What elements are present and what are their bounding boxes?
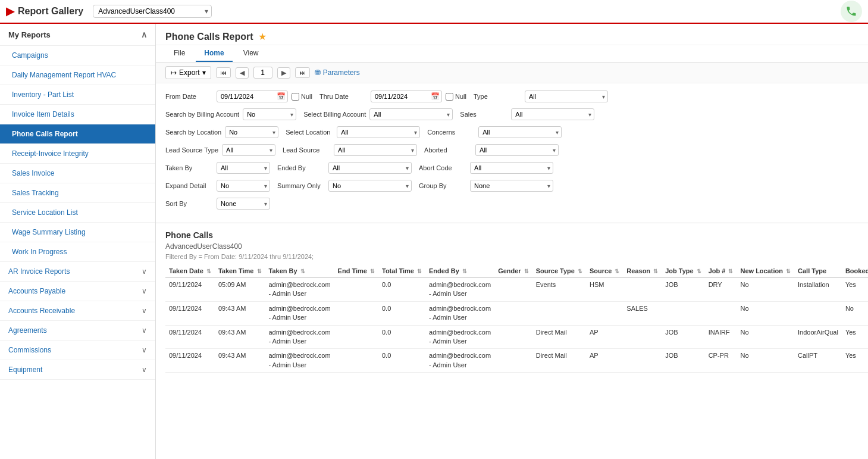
col-taken-date[interactable]: Taken Date ⇅ (165, 265, 215, 277)
user-account-select[interactable]: AdvancedUserClass400 (93, 5, 212, 18)
params-row-6: Expand Detail No Summary Only No (165, 180, 858, 192)
sales-select[interactable]: All (511, 108, 594, 120)
summary-only-select[interactable]: No (328, 180, 412, 192)
sidebar-item-campaigns[interactable]: Campaigns (0, 46, 155, 65)
export-button[interactable]: ↦ Export ▾ (165, 66, 211, 79)
abort-code-group: Abort Code All (419, 162, 553, 174)
sort-by-group: Sort By None (165, 198, 270, 210)
sidebar-item-inventory[interactable]: Inventory - Part List (0, 85, 155, 105)
table-cell (662, 301, 705, 325)
col-ended-by[interactable]: Ended By ⇅ (425, 265, 494, 277)
table-cell: No (737, 277, 794, 301)
select-billing-select[interactable]: All (369, 108, 453, 120)
ended-by-select-wrap: All (328, 162, 412, 174)
expand-detail-select[interactable]: No (217, 180, 270, 192)
col-gender[interactable]: Gender ⇅ (494, 265, 532, 277)
sidebar-group-agreements[interactable]: Agreements ∨ (0, 321, 155, 341)
table-cell: Direct Mail (532, 325, 586, 349)
main-content: Phone Calls Report ★ File Home View ↦ Ex… (156, 24, 868, 459)
ended-by-select[interactable]: All (328, 162, 412, 174)
concerns-label: Concerns (427, 129, 475, 136)
lead-source-select[interactable]: All (334, 144, 417, 156)
col-call-type[interactable]: Call Type (794, 265, 842, 277)
table-cell (494, 325, 532, 349)
last-page-button[interactable]: ⏭ (295, 67, 310, 78)
sidebar-item-work-in-progress[interactable]: Work In Progress (0, 242, 155, 262)
aborted-select[interactable]: All (475, 144, 559, 156)
sidebar-item-phone-calls[interactable]: Phone Calls Report (0, 124, 155, 144)
from-date-null-checkbox[interactable] (292, 93, 299, 101)
table-cell: admin@bedrock.com - Admin User (425, 277, 494, 301)
sidebar-group-equipment[interactable]: Equipment ∨ (0, 360, 155, 380)
first-page-button[interactable]: ⏮ (216, 67, 231, 78)
col-source-type[interactable]: Source Type ⇅ (532, 265, 586, 277)
select-location-select[interactable]: All (337, 126, 420, 138)
col-job-num[interactable]: Job # ⇅ (705, 265, 737, 277)
col-source[interactable]: Source ⇅ (586, 265, 623, 277)
search-location-select-wrap: No (225, 126, 278, 138)
table-cell (334, 277, 378, 301)
table-cell (334, 301, 378, 325)
table-cell: 0.0 (378, 325, 425, 349)
tab-home[interactable]: Home (196, 45, 232, 62)
table-cell: HSM (586, 277, 623, 301)
concerns-select[interactable]: All (478, 126, 562, 138)
parameters-button[interactable]: ⛃ Parameters (315, 68, 360, 77)
group-by-group: Group By None (419, 180, 553, 192)
sidebar-group-accounts-receivable[interactable]: Accounts Receivable ∨ (0, 301, 155, 321)
tab-file[interactable]: File (165, 45, 193, 62)
col-end-time[interactable]: End Time ⇅ (334, 265, 378, 277)
export-chevron-icon: ▾ (202, 68, 206, 77)
page-number-input[interactable] (253, 67, 272, 79)
thru-date-null-checkbox[interactable] (446, 93, 453, 101)
sidebar-group-commissions[interactable]: Commissions ∨ (0, 341, 155, 360)
filter-icon: ⛃ (315, 68, 321, 77)
sidebar-item-wage-summary[interactable]: Wage Summary Listing (0, 223, 155, 242)
sidebar-item-sales-tracking[interactable]: Sales Tracking (0, 183, 155, 203)
prev-page-button[interactable]: ◀ (236, 67, 249, 79)
taken-by-select[interactable]: All (217, 162, 270, 174)
lead-source-type-select[interactable]: All (222, 144, 275, 156)
sidebar-group-ar-invoice[interactable]: AR Invoice Reports ∨ (0, 262, 155, 282)
table-cell: No (737, 301, 794, 325)
group-by-select[interactable]: None (470, 180, 553, 192)
col-taken-time[interactable]: Taken Time ⇅ (215, 265, 265, 277)
sort-by-select[interactable]: None (217, 198, 270, 210)
table-row: 09/11/202409:43 AMadmin@bedrock.com - Ad… (165, 301, 868, 325)
tab-view[interactable]: View (235, 45, 267, 62)
table-cell: 0.0 (378, 349, 425, 373)
type-select[interactable]: All (525, 90, 608, 102)
sidebar-item-receipt-invoice[interactable]: Receipt-Invoice Integrity (0, 144, 155, 164)
select-location-label: Select Location (286, 129, 333, 136)
next-page-button[interactable]: ▶ (277, 67, 290, 79)
col-total-time[interactable]: Total Time ⇅ (378, 265, 425, 277)
sidebar-item-daily-mgmt[interactable]: Daily Management Report HVAC (0, 65, 155, 85)
table-cell: Yes (842, 325, 868, 349)
col-new-location[interactable]: New Location ⇅ (737, 265, 794, 277)
sidebar-item-service-location[interactable]: Service Location List (0, 203, 155, 223)
my-reports-header[interactable]: My Reports ∧ (0, 24, 155, 46)
favorite-star[interactable]: ★ (258, 31, 267, 42)
sidebar-group-accounts-payable[interactable]: Accounts Payable ∨ (0, 282, 155, 301)
user-account-select-wrap[interactable]: AdvancedUserClass400 (83, 5, 212, 18)
layout: My Reports ∧ Campaigns Daily Management … (0, 24, 868, 459)
from-date-null-label: Null (292, 93, 312, 101)
parameters-label: Parameters (323, 68, 360, 77)
table-cell: 09:43 AM (215, 325, 265, 349)
report-title: Phone Calls Report (165, 32, 253, 42)
accounts-receivable-chevron: ∨ (142, 307, 147, 315)
search-billing-select[interactable]: No (243, 108, 296, 120)
col-reason[interactable]: Reason ⇅ (623, 265, 662, 277)
expand-detail-group: Expand Detail No (165, 180, 270, 192)
sidebar-item-sales-invoice[interactable]: Sales Invoice (0, 164, 155, 183)
abort-code-select[interactable]: All (470, 162, 553, 174)
sidebar: My Reports ∧ Campaigns Daily Management … (0, 24, 156, 459)
report-subtitle: AdvancedUserClass400 (165, 242, 858, 251)
thru-date-input-wrap: 📅 (371, 90, 442, 102)
sidebar-item-invoice-item[interactable]: Invoice Item Details (0, 105, 155, 124)
search-location-select[interactable]: No (225, 126, 278, 138)
col-job-type[interactable]: Job Type ⇅ (662, 265, 705, 277)
col-booked[interactable]: Booked/Resolved (842, 265, 868, 277)
col-taken-by[interactable]: Taken By ⇅ (265, 265, 334, 277)
sort-by-label: Sort By (165, 200, 213, 207)
